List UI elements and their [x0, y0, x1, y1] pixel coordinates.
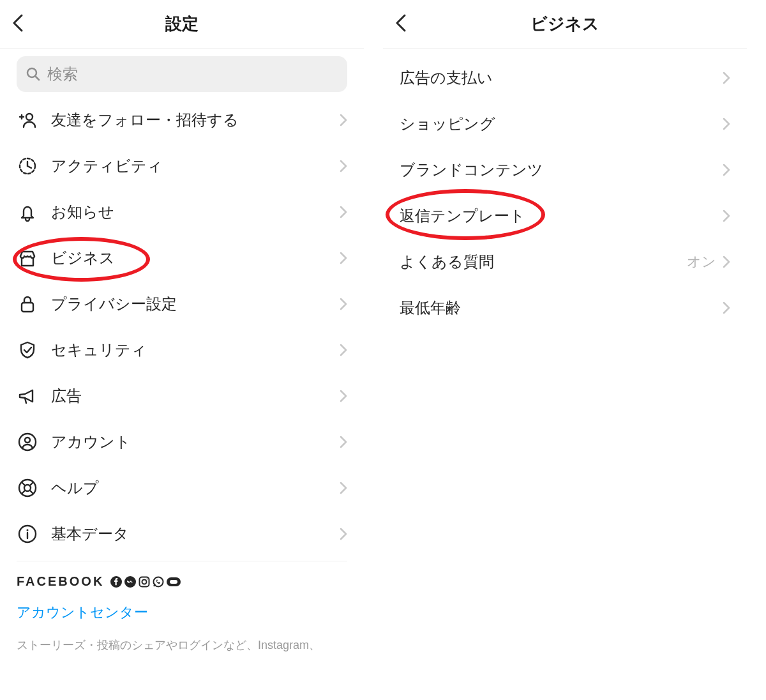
chevron-right-icon [340, 390, 347, 402]
facebook-app-icons [110, 576, 181, 588]
row-ad-payments[interactable]: 広告の支払い [400, 55, 730, 101]
svg-rect-6 [22, 303, 33, 312]
business-screen: ビジネス 広告の支払い ショッピング ブランドコンテンツ 返信テンプレート よく… [383, 0, 747, 700]
row-label: アクティビティ [51, 156, 340, 176]
chevron-right-icon [723, 72, 730, 84]
add-person-icon [17, 109, 38, 131]
row-saved-replies[interactable]: 返信テンプレート [400, 193, 730, 239]
row-label: ビジネス [51, 248, 340, 268]
chevron-right-icon [723, 164, 730, 176]
search-icon [26, 66, 41, 82]
megaphone-icon [17, 385, 38, 407]
row-label: 広告 [51, 386, 340, 406]
search-box[interactable] [17, 56, 347, 92]
svg-rect-20 [140, 577, 149, 586]
row-label: 返信テンプレート [400, 206, 723, 226]
row-label: ショッピング [400, 114, 723, 134]
row-label: よくある質問 [400, 252, 687, 272]
header: ビジネス [383, 0, 747, 49]
header: 設定 [0, 0, 364, 49]
row-shopping[interactable]: ショッピング [400, 101, 730, 147]
back-button[interactable] [11, 13, 24, 35]
row-follow-invite[interactable]: 友達をフォロー・招待する [17, 97, 347, 143]
shield-icon [17, 339, 38, 361]
svg-line-1 [35, 76, 39, 80]
facebook-icon [110, 576, 122, 588]
row-branded-content[interactable]: ブランドコンテンツ [400, 147, 730, 193]
svg-point-22 [147, 578, 148, 579]
row-label: プライバシー設定 [51, 294, 340, 314]
user-circle-icon [17, 431, 38, 453]
footnote-text: ストーリーズ・投稿のシェアやログインなど、Instagram、 [17, 637, 347, 653]
row-label: 基本データ [51, 524, 340, 544]
chevron-right-icon [723, 209, 730, 222]
svg-line-13 [22, 491, 25, 494]
facebook-header: FACEBOOK [17, 574, 347, 589]
facebook-label: FACEBOOK [17, 574, 104, 589]
chevron-right-icon [340, 482, 347, 494]
row-faq[interactable]: よくある質問 オン [400, 239, 730, 285]
lifebuoy-icon [17, 477, 38, 499]
svg-point-17 [27, 529, 29, 531]
row-privacy[interactable]: プライバシー設定 [17, 281, 347, 327]
row-security[interactable]: セキュリティ [17, 327, 347, 373]
chevron-right-icon [340, 528, 347, 540]
chevron-right-icon [340, 160, 347, 172]
row-label: アカウント [51, 432, 340, 452]
chevron-left-icon [11, 13, 24, 33]
row-label: お知らせ [51, 202, 340, 222]
row-minimum-age[interactable]: 最低年齢 [400, 285, 730, 331]
chevron-right-icon [340, 298, 347, 310]
row-label: ブランドコンテンツ [400, 160, 723, 180]
chevron-right-icon [340, 252, 347, 264]
oculus-icon [167, 577, 181, 586]
row-account[interactable]: アカウント [17, 419, 347, 465]
facebook-section: FACEBOOK アカウントセンター ストーリーズ・投稿のシェアやログインなど、… [0, 561, 364, 653]
chevron-right-icon [340, 436, 347, 448]
row-notifications[interactable]: お知らせ [17, 189, 347, 235]
chevron-right-icon [340, 206, 347, 218]
svg-line-14 [30, 491, 33, 494]
svg-rect-25 [170, 580, 177, 584]
instagram-icon [139, 576, 150, 588]
chevron-right-icon [723, 301, 730, 314]
info-icon [17, 523, 38, 545]
svg-point-21 [142, 579, 147, 584]
row-value: オン [687, 252, 716, 271]
settings-list: 友達をフォロー・招待する アクティビティ お知らせ ビジネス [0, 97, 364, 561]
activity-icon [17, 155, 38, 177]
row-about[interactable]: 基本データ [17, 511, 347, 557]
row-label: 広告の支払い [400, 68, 723, 88]
page-title: ビジネス [383, 13, 747, 35]
settings-screen: 設定 友達をフォロー・招待する アクティビティ [0, 0, 364, 700]
page-title: 設定 [0, 13, 364, 35]
chevron-right-icon [340, 114, 347, 126]
messenger-icon [124, 576, 136, 588]
business-list: 広告の支払い ショッピング ブランドコンテンツ 返信テンプレート よくある質問 … [383, 49, 747, 331]
chevron-right-icon [723, 255, 730, 268]
svg-point-2 [26, 114, 33, 120]
row-label: ヘルプ [51, 478, 340, 498]
row-business[interactable]: ビジネス [17, 235, 347, 281]
search-input[interactable] [47, 65, 338, 83]
chevron-left-icon [394, 13, 407, 33]
row-help[interactable]: ヘルプ [17, 465, 347, 511]
lock-icon [17, 293, 38, 315]
storefront-icon [17, 247, 38, 269]
row-ads[interactable]: 広告 [17, 373, 347, 419]
account-center-link[interactable]: アカウントセンター [17, 603, 347, 622]
back-button[interactable] [394, 13, 407, 35]
row-activity[interactable]: アクティビティ [17, 143, 347, 189]
svg-line-11 [22, 482, 25, 485]
row-label: 最低年齢 [400, 298, 723, 318]
svg-point-8 [25, 438, 30, 443]
row-label: 友達をフォロー・招待する [51, 110, 340, 130]
chevron-right-icon [723, 118, 730, 130]
row-label: セキュリティ [51, 340, 340, 360]
chevron-right-icon [340, 344, 347, 356]
whatsapp-icon [153, 576, 164, 588]
search-container [0, 49, 364, 97]
svg-line-12 [30, 482, 33, 485]
bell-icon [17, 201, 38, 223]
